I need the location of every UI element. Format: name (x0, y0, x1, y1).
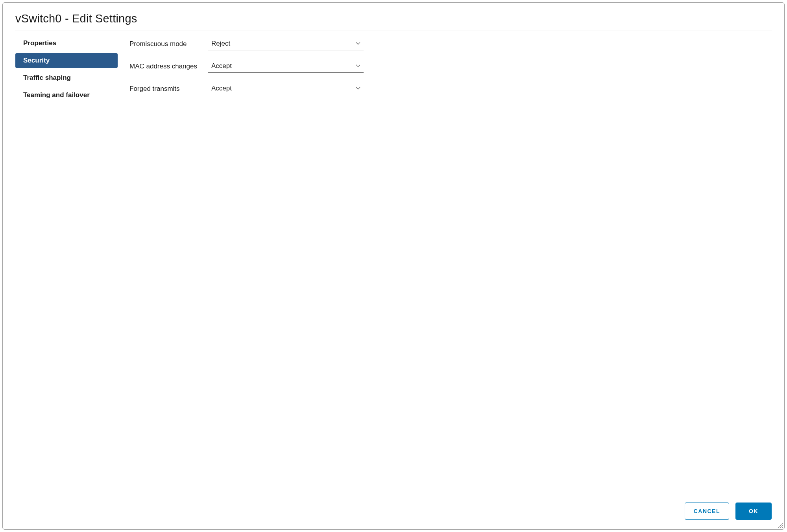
sidebar-item-teaming-failover[interactable]: Teaming and failover (15, 88, 118, 103)
settings-content: Promiscuous mode Reject MAC address chan… (129, 35, 772, 503)
form-row-mac-address-changes: MAC address changes Accept (129, 60, 772, 73)
sidebar-item-label: Security (23, 57, 50, 64)
sidebar-item-security[interactable]: Security (15, 53, 118, 68)
select-value: Reject (211, 40, 230, 47)
dialog-header: vSwitch0 - Edit Settings (3, 3, 784, 31)
dialog-body: Properties Security Traffic shaping Team… (3, 31, 784, 503)
sidebar-item-label: Traffic shaping (23, 74, 71, 81)
edit-settings-dialog: vSwitch0 - Edit Settings Properties Secu… (2, 2, 785, 530)
ok-button[interactable]: OK (735, 503, 772, 520)
sidebar-item-label: Teaming and failover (23, 91, 90, 99)
cancel-button[interactable]: CANCEL (685, 503, 729, 520)
forged-transmits-label: Forged transmits (129, 85, 208, 93)
dialog-footer: CANCEL OK (3, 503, 784, 529)
dialog-title: vSwitch0 - Edit Settings (15, 12, 772, 25)
sidebar-item-label: Properties (23, 39, 56, 47)
mac-address-changes-select[interactable]: Accept (208, 60, 364, 73)
chevron-down-icon (356, 87, 360, 90)
sidebar-item-properties[interactable]: Properties (15, 36, 118, 51)
forged-transmits-select[interactable]: Accept (208, 82, 364, 95)
chevron-down-icon (356, 42, 360, 45)
resize-handle-icon[interactable] (777, 522, 783, 528)
promiscuous-mode-select[interactable]: Reject (208, 37, 364, 50)
select-value: Accept (211, 62, 232, 70)
settings-sidebar: Properties Security Traffic shaping Team… (15, 35, 129, 503)
chevron-down-icon (356, 64, 360, 67)
form-row-forged-transmits: Forged transmits Accept (129, 82, 772, 95)
select-value: Accept (211, 85, 232, 92)
form-row-promiscuous-mode: Promiscuous mode Reject (129, 37, 772, 50)
sidebar-item-traffic-shaping[interactable]: Traffic shaping (15, 70, 118, 85)
mac-address-changes-label: MAC address changes (129, 63, 208, 70)
promiscuous-mode-label: Promiscuous mode (129, 40, 208, 48)
